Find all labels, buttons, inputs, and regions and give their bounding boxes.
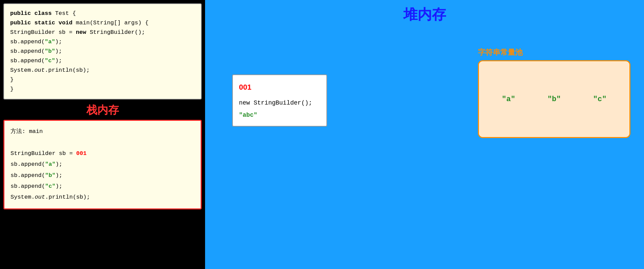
code-text-2: main(String[] args) { (73, 20, 148, 26)
code-text-5: sb.append( (10, 48, 45, 54)
stack-str-a: "a" (45, 161, 56, 167)
code-line-3: StringBuilder sb = new StringBuilder(); (10, 28, 195, 37)
code-text-8: } (10, 76, 14, 83)
code-text-7: System. (10, 67, 34, 73)
string-b: "b" (45, 48, 55, 54)
string-pool-area: 字符串常量池 "a" "b" "c" (478, 47, 630, 138)
code-line-8: } (10, 75, 195, 85)
code-text-4: sb.append( (10, 39, 45, 45)
stack-append-b-suffix: ); (56, 172, 62, 179)
stack-append-c-prefix: sb.append( (11, 183, 45, 189)
left-panel: public class Test { public static void m… (0, 0, 205, 269)
code-line-9: } (10, 85, 195, 94)
code-text-5b: ); (55, 48, 62, 54)
code-text-4b: ); (55, 39, 62, 45)
stack-title: 栈内存 (3, 103, 202, 118)
string-pool-title: 字符串常量池 (478, 47, 630, 58)
code-line-4: sb.append("a"); (10, 37, 195, 47)
code-text-6: sb.append( (10, 58, 45, 64)
pool-item-b: "b" (547, 95, 561, 104)
code-text-7b: .println(sb); (45, 67, 90, 73)
stack-append-a-suffix: ); (56, 161, 62, 167)
stack-method-line: 方法: main (11, 126, 195, 137)
code-line-6: sb.append("c"); (10, 56, 195, 66)
keyword-new: new (76, 29, 86, 36)
heap-object-line1: new StringBuilder(); (239, 99, 312, 106)
keyword-public-class: public class (10, 10, 52, 17)
code-text-9: } (10, 86, 14, 92)
keyword-public-static: public static void (10, 20, 73, 26)
heap-object-box: 001 new StringBuilder(); "abc" (232, 74, 327, 127)
string-c: "c" (45, 58, 55, 64)
stack-ref-001: 001 (76, 150, 87, 157)
stack-append-c: sb.append("c"); (11, 181, 195, 192)
code-line-7: System.out.println(sb); (10, 66, 195, 75)
stack-str-c: "c" (45, 183, 56, 189)
code-text-3b: StringBuilder(); (86, 29, 145, 36)
stack-spacer (11, 137, 195, 148)
string-pool-box: "a" "b" "c" (478, 60, 630, 138)
stack-println-line: System.out.println(sb); (11, 192, 195, 203)
stack-append-c-suffix: ); (56, 183, 62, 189)
stack-system-text: System. (11, 194, 35, 200)
stack-append-b: sb.append("b"); (11, 170, 195, 181)
pool-item-a: "a" (502, 95, 516, 104)
stack-var-text: StringBuilder sb = (11, 150, 76, 157)
code-text-6b: ); (55, 58, 62, 64)
code-text-1: Test { (52, 10, 76, 17)
stack-append-a-prefix: sb.append( (11, 161, 45, 167)
stack-str-b: "b" (45, 172, 56, 179)
stack-append-b-prefix: sb.append( (11, 172, 45, 179)
stack-println-end: .println(sb); (45, 194, 90, 200)
code-line-1: public class Test { (10, 9, 195, 18)
stack-append-a: sb.append("a"); (11, 159, 195, 170)
string-a: "a" (45, 39, 55, 45)
heap-title: 堆内存 (212, 5, 637, 24)
stack-section: 栈内存 方法: main StringBuilder sb = 001 sb.a… (3, 103, 202, 266)
stack-var-line: StringBuilder sb = 001 (11, 148, 195, 159)
code-line-5: sb.append("b"); (10, 47, 195, 56)
pool-item-c: "c" (593, 95, 607, 104)
code-line-2: public static void main(String[] args) { (10, 18, 195, 28)
code-text-3: StringBuilder sb = (10, 29, 76, 36)
code-block: public class Test { public static void m… (3, 3, 202, 99)
out-italic: out (34, 67, 45, 73)
heap-object-line2: "abc" (239, 112, 257, 118)
stack-box: 方法: main StringBuilder sb = 001 sb.appen… (3, 120, 202, 209)
stack-out-italic: out (35, 194, 45, 200)
heap-ref-id: 001 (239, 80, 320, 95)
right-panel: 堆内存 001 new StringBuilder(); "abc" 字符串常量… (205, 0, 644, 269)
